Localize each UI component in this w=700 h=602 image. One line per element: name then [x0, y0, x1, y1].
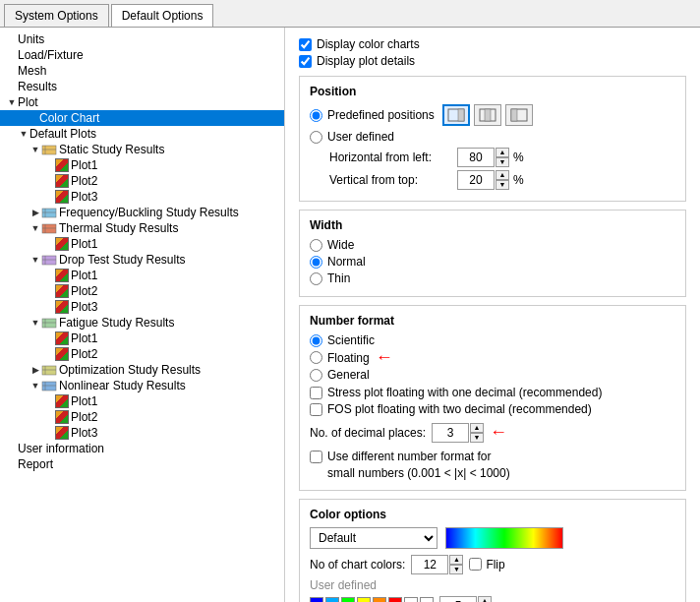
color-dropdown[interactable]: Default — [310, 527, 438, 549]
tree-item-static-plot2[interactable]: Plot2 — [0, 173, 284, 189]
stress-plot-checkbox[interactable] — [310, 387, 322, 399]
use-different-format-label: Use different number format forsmall num… — [327, 449, 510, 482]
general-radio[interactable] — [310, 369, 322, 382]
tree-item-nonlinear-plot2[interactable]: Plot2 — [0, 409, 284, 425]
tree-label-static-study: Static Study Results — [59, 143, 164, 156]
user-defined-radio-row: User defined — [310, 130, 675, 144]
display-plot-details-checkbox[interactable] — [299, 55, 312, 68]
static-study-icon — [41, 144, 57, 155]
horizontal-input[interactable]: 80 — [457, 148, 495, 167]
tree-item-default-plots[interactable]: ▼ Default Plots — [0, 126, 284, 142]
tree-item-drop-study[interactable]: ▼ Drop Test Study Results — [0, 252, 284, 268]
tab-default-options[interactable]: Default Options — [111, 4, 214, 27]
tree-item-optimization-study[interactable]: ▶ Optimization Study Results — [0, 362, 284, 378]
tree-item-mesh[interactable]: Mesh — [0, 63, 284, 79]
tree-label-nonlinear-study: Nonlinear Study Results — [59, 379, 186, 392]
swatch-5[interactable] — [373, 597, 386, 602]
tree-item-report[interactable]: Report — [0, 456, 284, 472]
use-different-format-checkbox[interactable] — [310, 451, 322, 463]
horizontal-up-arrow[interactable]: ▲ — [496, 148, 509, 157]
normal-row: Normal — [310, 255, 675, 269]
vertical-row: Vertical from top: 20 ▲ ▼ % — [329, 170, 675, 190]
tree-item-units[interactable]: Units — [0, 31, 284, 47]
tree-item-drop-plot1[interactable]: Plot1 — [0, 268, 284, 283]
scientific-radio[interactable] — [310, 334, 322, 347]
swatch-count-input[interactable]: 5 — [439, 596, 477, 602]
tree-label-opt-study: Optimization Study Results — [59, 363, 201, 377]
chart-count-input[interactable]: 12 — [411, 555, 448, 574]
tree-item-thermal-plot1[interactable]: Plot1 — [0, 236, 284, 252]
vertical-input[interactable]: 20 — [457, 170, 495, 190]
chart-count-down[interactable]: ▼ — [449, 565, 463, 574]
left-panel: Units Load/Fixture Mesh Results ▼ Plot — [0, 28, 285, 602]
tree-item-load-fixture[interactable]: Load/Fixture — [0, 47, 284, 63]
tree-item-drop-plot2[interactable]: Plot2 — [0, 283, 284, 299]
expand-icon — [43, 285, 55, 297]
floating-radio[interactable] — [310, 351, 322, 364]
tree-item-nonlinear-study[interactable]: ▼ Nonlinear Study Results — [0, 378, 284, 393]
vertical-down-arrow[interactable]: ▼ — [496, 180, 509, 190]
swatch-8[interactable] — [420, 597, 434, 602]
tree-item-static-study[interactable]: ▼ Static Study Results — [0, 142, 284, 157]
plot-icon — [55, 284, 69, 298]
position-title: Position — [310, 85, 675, 98]
fos-plot-checkbox[interactable] — [310, 403, 322, 416]
tree-item-nonlinear-plot1[interactable]: Plot1 — [0, 393, 284, 409]
decimal-input[interactable]: 3 — [432, 423, 469, 443]
swatch-1[interactable] — [310, 597, 323, 602]
user-defined-label: User defined — [327, 130, 394, 144]
thin-radio[interactable] — [310, 272, 322, 285]
tree-item-drop-plot3[interactable]: Plot3 — [0, 299, 284, 315]
tab-system-options[interactable]: System Options — [4, 4, 109, 27]
scientific-label: Scientific — [327, 333, 375, 347]
pos-btn-2[interactable] — [474, 104, 501, 126]
svg-rect-22 — [458, 109, 464, 121]
vertical-up-arrow[interactable]: ▲ — [496, 170, 509, 180]
decimal-down-arrow[interactable]: ▼ — [470, 433, 484, 443]
tree-item-fatigue-study[interactable]: ▼ Fatigue Study Results — [0, 315, 284, 331]
expand-icon-thermal: ▼ — [29, 222, 41, 234]
tree-item-plot[interactable]: ▼ Plot — [0, 94, 284, 110]
tree-item-color-chart[interactable]: Color Chart — [0, 110, 284, 126]
tree-item-fatigue-plot1[interactable]: Plot1 — [0, 331, 284, 346]
tree-label-drop-study: Drop Test Study Results — [59, 253, 186, 267]
swatch-6[interactable] — [388, 597, 402, 602]
general-label: General — [327, 368, 370, 382]
swatch-3[interactable] — [341, 597, 355, 602]
vertical-spin: 20 ▲ ▼ % — [457, 170, 524, 190]
right-panel: Display color charts Display plot detail… — [285, 28, 700, 602]
thin-label: Thin — [327, 271, 350, 285]
svg-rect-0 — [42, 146, 56, 154]
wide-radio[interactable] — [310, 239, 322, 252]
drop-study-icon — [41, 254, 57, 266]
tree-item-fatigue-plot2[interactable]: Plot2 — [0, 346, 284, 362]
horizontal-unit: % — [513, 150, 524, 164]
svg-rect-3 — [42, 209, 56, 217]
tree-item-results[interactable]: Results — [0, 79, 284, 94]
pos-btn-3[interactable] — [505, 104, 533, 126]
tree-label-fatigue-plot2: Plot2 — [71, 347, 97, 361]
swatch-2[interactable] — [325, 597, 339, 602]
flip-checkbox[interactable] — [469, 558, 482, 571]
tree-item-nonlinear-plot3[interactable]: Plot3 — [0, 425, 284, 441]
flip-row: Flip — [469, 558, 504, 572]
tree-item-frequency-study[interactable]: ▶ Frequency/Buckling Study Results — [0, 205, 284, 220]
normal-radio[interactable] — [310, 256, 322, 269]
decimal-spin: 3 ▲ ▼ — [432, 423, 484, 443]
wide-row: Wide — [310, 238, 675, 252]
tree-item-static-plot1[interactable]: Plot1 — [0, 157, 284, 173]
tree-item-static-plot3[interactable]: Plot3 — [0, 189, 284, 205]
swatch-count-up[interactable]: ▲ — [478, 596, 492, 602]
decimal-up-arrow[interactable]: ▲ — [470, 423, 484, 433]
chart-count-up[interactable]: ▲ — [449, 555, 463, 565]
user-defined-radio[interactable] — [310, 131, 322, 144]
thin-row: Thin — [310, 271, 675, 285]
horizontal-down-arrow[interactable]: ▼ — [496, 157, 509, 167]
swatch-4[interactable] — [357, 597, 371, 602]
tree-item-user-info[interactable]: User information — [0, 441, 284, 456]
display-color-charts-checkbox[interactable] — [299, 38, 312, 51]
swatch-7[interactable] — [404, 597, 418, 602]
predefined-radio[interactable] — [310, 109, 322, 122]
tree-item-thermal-study[interactable]: ▼ Thermal Study Results — [0, 220, 284, 236]
pos-btn-1[interactable] — [442, 104, 470, 126]
